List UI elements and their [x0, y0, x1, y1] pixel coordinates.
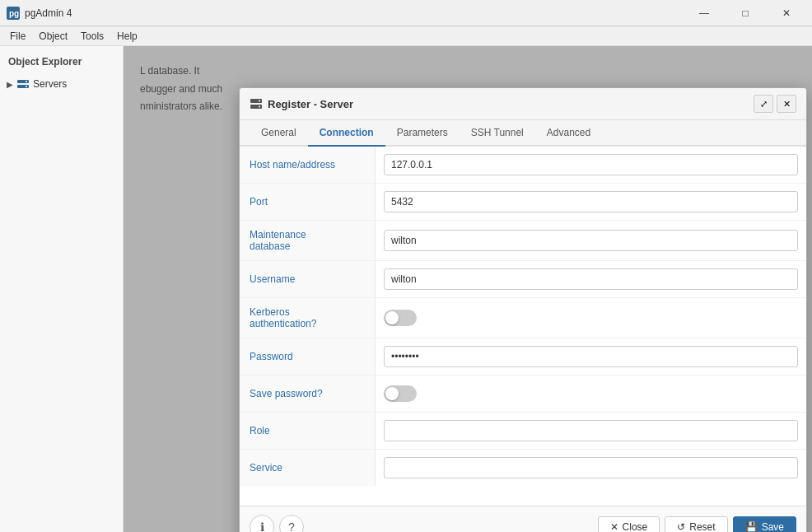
chevron-right-icon: ▶: [7, 80, 13, 89]
window-titlebar: pg pgAdmin 4 — □ ✕: [0, 0, 812, 26]
main-layout: Object Explorer ▶ Servers L database. It…: [0, 46, 812, 532]
port-row: Port: [240, 184, 806, 221]
kerberos-toggle-wrap: [384, 310, 798, 326]
content-area: L database. It ebugger and much nministr…: [124, 46, 812, 532]
info-icon: ℹ: [260, 520, 264, 532]
dialog-tabs: General Connection Parameters SSH Tunnel…: [240, 120, 806, 147]
tab-general[interactable]: General: [250, 120, 308, 147]
sidebar-header: Object Explorer: [0, 49, 123, 74]
register-server-dialog: Register - Server ⤢ ✕ General Connection…: [239, 87, 807, 532]
maintenance-control: [376, 225, 806, 256]
form-body: Host name/address Port Mai: [240, 147, 806, 506]
svg-point-12: [259, 100, 260, 102]
dialog-expand-button[interactable]: ⤢: [754, 95, 773, 113]
dialog-title: Register - Server: [268, 98, 754, 110]
reset-label: Reset: [689, 521, 715, 532]
svg-point-5: [26, 86, 27, 87]
dialog-window-controls: ⤢ ✕: [754, 95, 796, 113]
help-icon: ?: [288, 520, 295, 532]
tab-parameters[interactable]: Parameters: [385, 120, 460, 147]
window-close-button[interactable]: ✕: [768, 1, 805, 26]
maximize-button[interactable]: □: [726, 1, 764, 26]
service-row: Service: [240, 450, 806, 486]
port-input[interactable]: [384, 191, 798, 212]
close-x-icon: ✕: [610, 521, 618, 532]
reset-icon: ↺: [677, 521, 685, 532]
app-title: pgAdmin 4: [25, 7, 685, 19]
password-label: Password: [240, 338, 376, 375]
role-input[interactable]: [384, 420, 798, 441]
svg-point-13: [259, 106, 260, 108]
role-label: Role: [240, 413, 376, 449]
close-label: Close: [623, 521, 648, 532]
menu-help[interactable]: Help: [110, 29, 144, 44]
minimize-button[interactable]: —: [685, 1, 723, 26]
role-row: Role: [240, 413, 806, 450]
username-row: Username: [240, 261, 806, 298]
kerberos-toggle[interactable]: [384, 310, 417, 326]
dialog-footer: ℹ ? ✕ Close ↺ Reset: [240, 506, 806, 532]
dialog-server-icon: [250, 97, 263, 110]
close-button[interactable]: ✕ Close: [598, 516, 660, 532]
maintenance-input[interactable]: [384, 230, 798, 251]
sidebar: Object Explorer ▶ Servers: [0, 46, 124, 532]
info-button[interactable]: ℹ: [250, 515, 274, 532]
svg-point-4: [26, 81, 27, 82]
maintenance-label: Maintenancedatabase: [240, 221, 376, 260]
password-row: Password: [240, 338, 806, 376]
footer-left: ℹ ?: [250, 515, 304, 532]
save-password-label: Save password?: [240, 376, 376, 412]
sidebar-item-servers[interactable]: ▶ Servers: [0, 74, 123, 94]
svg-text:pg: pg: [9, 9, 19, 18]
save-password-toggle-wrap: [384, 385, 798, 402]
tab-advanced[interactable]: Advanced: [535, 120, 602, 147]
save-icon: 💾: [745, 521, 758, 532]
dialog-close-button[interactable]: ✕: [777, 95, 796, 113]
menu-object[interactable]: Object: [32, 29, 74, 44]
host-row: Host name/address: [240, 147, 806, 184]
menubar: File Object Tools Help: [0, 26, 812, 46]
port-control: [376, 186, 806, 217]
dialog-titlebar: Register - Server ⤢ ✕: [240, 88, 806, 120]
save-password-row: Save password?: [240, 376, 806, 413]
password-input[interactable]: [384, 346, 798, 367]
app-icon: pg: [7, 7, 20, 20]
service-input[interactable]: [384, 457, 798, 478]
tab-ssh-tunnel[interactable]: SSH Tunnel: [460, 120, 535, 147]
username-control: [376, 264, 806, 295]
kerberos-control: [376, 305, 806, 331]
servers-icon: [16, 77, 30, 91]
port-label: Port: [240, 184, 376, 220]
username-input[interactable]: [384, 268, 798, 290]
save-label: Save: [762, 521, 784, 532]
modal-overlay: Register - Server ⤢ ✕ General Connection…: [124, 46, 812, 532]
menu-tools[interactable]: Tools: [74, 29, 110, 44]
tab-connection[interactable]: Connection: [308, 120, 385, 147]
kerberos-label: Kerberosauthentication?: [240, 298, 376, 338]
host-label: Host name/address: [240, 147, 376, 183]
maintenance-row: Maintenancedatabase: [240, 221, 806, 261]
username-label: Username: [240, 261, 376, 297]
role-control: [376, 415, 806, 446]
help-button[interactable]: ?: [279, 515, 304, 532]
save-password-control: [376, 380, 806, 407]
servers-label: Servers: [33, 78, 67, 90]
password-control: [376, 341, 806, 372]
menu-file[interactable]: File: [3, 29, 32, 44]
kerberos-row: Kerberosauthentication?: [240, 298, 806, 338]
window-controls: — □ ✕: [685, 1, 805, 26]
service-label: Service: [240, 450, 376, 486]
save-button[interactable]: 💾 Save: [733, 516, 796, 532]
service-control: [376, 452, 806, 483]
reset-button[interactable]: ↺ Reset: [665, 516, 727, 532]
host-control: [376, 149, 806, 180]
footer-right: ✕ Close ↺ Reset 💾 Save: [598, 516, 796, 532]
host-input[interactable]: [384, 154, 798, 175]
save-password-toggle[interactable]: [384, 385, 417, 402]
